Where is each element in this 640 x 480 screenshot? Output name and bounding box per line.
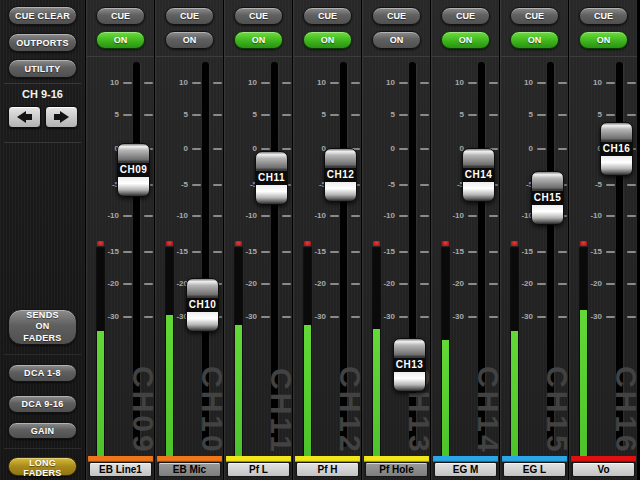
long-faders-button[interactable]: LONG FADERS <box>8 457 77 476</box>
scale-tick <box>420 251 429 253</box>
cue-button[interactable]: CUE <box>165 7 214 25</box>
bank-label: CH 9-16 <box>0 88 85 100</box>
scale-tick <box>399 114 408 116</box>
cue-button[interactable]: CUE <box>510 7 559 25</box>
scale-tick <box>282 251 291 253</box>
scale-tick <box>399 215 408 217</box>
scale-tick <box>468 251 477 253</box>
scale-label: 0 <box>373 144 395 154</box>
fader-cap[interactable]: CH13 <box>393 338 426 392</box>
scale-tick <box>468 114 477 116</box>
utility-button[interactable]: UTILITY <box>8 59 77 78</box>
fader-cap[interactable]: CH14 <box>462 148 495 202</box>
meter-body <box>304 248 311 456</box>
scale-tick <box>489 215 498 217</box>
strip-divider <box>501 56 568 57</box>
scale-tick <box>537 283 546 285</box>
on-button[interactable]: ON <box>441 31 490 49</box>
cue-button[interactable]: CUE <box>372 7 421 25</box>
scale-label: -5 <box>580 180 602 190</box>
meter-peak-led <box>166 241 173 246</box>
scale-tick <box>192 251 201 253</box>
fader-cap[interactable]: CH16 <box>600 122 633 176</box>
channel-number-watermark: CH16 <box>611 366 640 455</box>
cue-clear-button[interactable]: CUE CLEAR <box>8 6 77 25</box>
on-button[interactable]: ON <box>303 31 352 49</box>
left-arrow-icon <box>17 111 32 123</box>
scale-tick <box>123 251 132 253</box>
channel-name[interactable]: EG L <box>503 462 566 477</box>
channel-name[interactable]: Vo <box>572 462 635 477</box>
scale-tick <box>123 283 132 285</box>
scale-tick <box>627 283 636 285</box>
sidebar-divider <box>4 354 81 355</box>
fader-cap[interactable]: CH09 <box>117 143 150 197</box>
channel-name[interactable]: EB Line1 <box>89 462 152 477</box>
dca-1-8-button[interactable]: DCA 1-8 <box>8 364 77 382</box>
channel-name[interactable]: Pf L <box>227 462 290 477</box>
channel-number-watermark: CH15 <box>542 366 572 455</box>
scale-tick <box>261 316 270 318</box>
scale-tick <box>192 82 201 84</box>
fader-cap-label: CH09 <box>118 163 149 177</box>
prev-bank-button[interactable] <box>8 106 41 128</box>
scale-tick <box>420 114 429 116</box>
scale-tick <box>282 283 291 285</box>
channel-name[interactable]: Pf H <box>296 462 359 477</box>
fader-cap[interactable]: CH11 <box>255 151 288 205</box>
on-button[interactable]: ON <box>510 31 559 49</box>
fader-cap[interactable]: CH10 <box>186 278 219 332</box>
scale-label: -10 <box>235 211 257 221</box>
gain-button[interactable]: GAIN <box>8 422 77 439</box>
sends-on-faders-button[interactable]: SENDS ON FADERS <box>8 309 77 345</box>
sidebar-divider <box>4 83 81 84</box>
next-bank-button[interactable] <box>45 106 78 128</box>
meter-body <box>511 248 518 456</box>
scale-tick <box>627 316 636 318</box>
scale-tick <box>351 316 360 318</box>
meter-peak-led <box>442 241 449 246</box>
on-button[interactable]: ON <box>96 31 145 49</box>
on-button[interactable]: ON <box>372 31 421 49</box>
channel-name[interactable]: EG M <box>434 462 497 477</box>
fader-cap[interactable]: CH12 <box>324 148 357 202</box>
channel-name[interactable]: EB Mic <box>158 462 221 477</box>
on-button[interactable]: ON <box>165 31 214 49</box>
scale-tick <box>144 283 153 285</box>
outports-button[interactable]: OUTPORTS <box>8 33 77 52</box>
cue-button[interactable]: CUE <box>579 7 628 25</box>
cue-button[interactable]: CUE <box>441 7 490 25</box>
scale-tick <box>420 283 429 285</box>
meter-body <box>373 248 380 456</box>
scale-tick <box>627 114 636 116</box>
on-button[interactable]: ON <box>234 31 283 49</box>
channel-number-watermark: CH09 <box>128 366 158 455</box>
scale-tick <box>627 82 636 84</box>
dca-9-16-button[interactable]: DCA 9-16 <box>8 395 77 413</box>
scale-tick <box>537 82 546 84</box>
on-button[interactable]: ON <box>579 31 628 49</box>
strip-divider <box>570 56 637 57</box>
channel-number-watermark: CH12 <box>335 366 365 455</box>
scale-label: -5 <box>511 180 533 190</box>
channel-strip: CUE ON CH09 CH09 EB Line1 1050-5-10-15-2… <box>86 0 154 480</box>
fader-cap-label: CH15 <box>532 191 563 205</box>
fader-cap[interactable]: CH15 <box>531 171 564 225</box>
cue-button[interactable]: CUE <box>96 7 145 25</box>
cue-button[interactable]: CUE <box>234 7 283 25</box>
scale-tick <box>282 82 291 84</box>
channel-name[interactable]: Pf Hole <box>365 462 428 477</box>
scale-label: 10 <box>235 78 257 88</box>
meter-fill <box>166 315 173 456</box>
scale-tick <box>537 251 546 253</box>
scale-tick <box>144 114 153 116</box>
scale-tick <box>537 114 546 116</box>
right-arrow-icon <box>54 111 69 123</box>
meter-peak-led <box>580 241 587 246</box>
channel-strip: CUE ON CH15 CH15 EG L 1050-5-10-15-20-30 <box>500 0 568 480</box>
scale-tick <box>123 114 132 116</box>
cue-button[interactable]: CUE <box>303 7 352 25</box>
scale-tick <box>420 184 429 186</box>
scale-tick <box>351 283 360 285</box>
scale-tick <box>399 184 408 186</box>
